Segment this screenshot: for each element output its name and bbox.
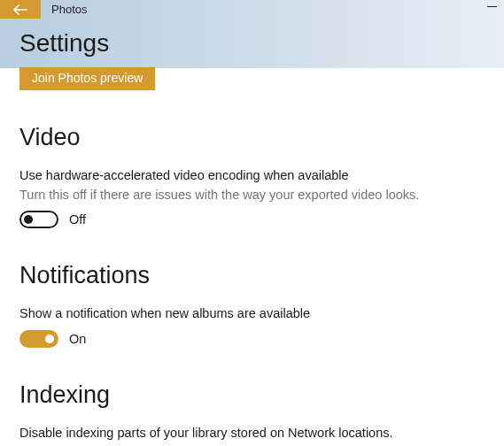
- title-bar: Photos: [0, 0, 504, 19]
- section-heading-notifications: Notifications: [19, 262, 485, 289]
- notifications-setting-label: Show a notification when new albums are …: [19, 305, 485, 323]
- back-button[interactable]: [0, 0, 41, 19]
- content-area: Join Photos preview Video Use hardware-a…: [0, 68, 504, 446]
- toggle-knob: [45, 334, 54, 343]
- section-heading-video: Video: [19, 124, 485, 151]
- video-toggle[interactable]: [19, 211, 58, 228]
- video-setting-desc: Turn this off if there are issues with t…: [19, 187, 485, 204]
- minimize-button[interactable]: [485, 3, 499, 7]
- page-title: Settings: [19, 29, 504, 58]
- indexing-setting-label: Disable indexing parts of your library s…: [19, 425, 485, 442]
- section-heading-indexing: Indexing: [19, 381, 485, 409]
- minimize-icon: [487, 6, 497, 7]
- video-toggle-row: Off: [19, 211, 485, 228]
- video-toggle-state: Off: [69, 212, 86, 227]
- arrow-left-icon: [13, 4, 27, 15]
- header-band: Settings: [0, 19, 504, 68]
- toggle-knob: [24, 215, 33, 224]
- notifications-toggle-row: On: [19, 330, 485, 348]
- notifications-toggle-state: On: [69, 332, 86, 346]
- app-title: Photos: [51, 3, 87, 16]
- video-setting-label: Use hardware-accelerated video encoding …: [19, 167, 485, 185]
- join-preview-button[interactable]: Join Photos preview: [19, 67, 155, 90]
- notifications-toggle[interactable]: [19, 330, 58, 348]
